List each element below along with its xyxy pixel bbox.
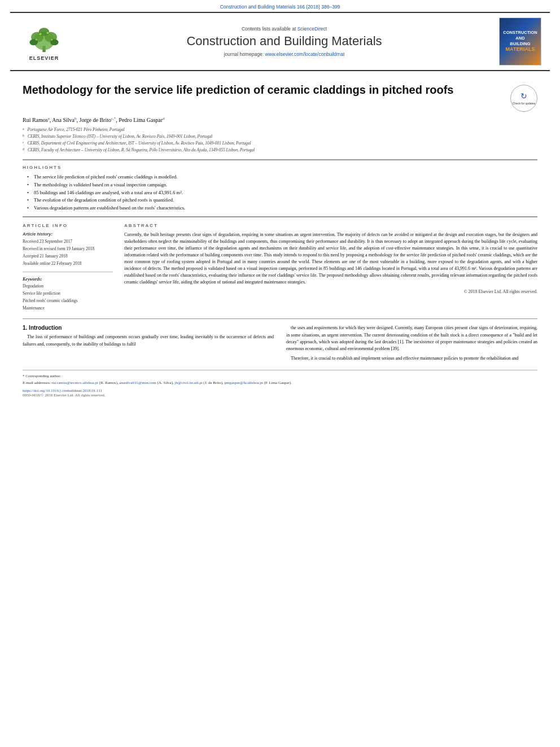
available-date: Available online 22 February 2018 xyxy=(23,260,113,268)
issn-line: 0950-0618/© 2018 Elsevier Ltd. All right… xyxy=(23,393,537,397)
svg-point-8 xyxy=(47,32,49,34)
body-col-right: the uses and requirements for which they… xyxy=(286,325,537,364)
check-updates-label: ↻ Check for updates xyxy=(513,91,536,106)
svg-point-7 xyxy=(40,33,42,35)
highlights-list: The service life prediction of pitched r… xyxy=(27,173,537,212)
body-divider xyxy=(23,318,537,319)
affiliations: a Portuguese Air Force, 2715-021 Pêro Pi… xyxy=(23,126,537,154)
journal-citation: Construction and Building Materials 166 … xyxy=(0,0,560,12)
highlight-1: The service life prediction of pitched r… xyxy=(27,173,537,181)
keyword-4: Maintenance xyxy=(23,305,113,312)
intro-heading: 1. Introduction xyxy=(23,325,274,331)
received-date: Received 23 September 2017 xyxy=(23,238,113,246)
main-content: Methodology for the service life predict… xyxy=(0,71,560,403)
highlight-5: Various degradation patterns are establi… xyxy=(27,204,537,212)
keywords-list: Degradation Service life prediction Pitc… xyxy=(23,283,113,312)
keyword-1: Degradation xyxy=(23,283,113,290)
affiliation-b: b CERIS, Instituto Superior Técnico (IST… xyxy=(23,133,537,140)
footnote-emails: E-mail addresses: rui.ramos@tecnico.ulis… xyxy=(23,380,537,387)
affiliation-d: d CERIS, Faculty of Architecture – Unive… xyxy=(23,147,537,154)
cover-text: Construction and Building MATERIALS xyxy=(503,30,537,53)
elsevier-logo: ELSEVIER xyxy=(24,23,64,61)
article-dates: Received 23 September 2017 Received in r… xyxy=(23,238,113,267)
journal-cover-thumbnail: Construction and Building MATERIALS xyxy=(499,18,541,65)
article-history-label: Article history: xyxy=(23,231,113,237)
email-pedro[interactable]: pmgaspar@fa.ulisboa.pt xyxy=(224,381,262,385)
affiliation-c: c CERIS, Department of Civil Engineering… xyxy=(23,140,537,147)
keywords-section: Keywords: Degradation Service life predi… xyxy=(23,277,113,312)
highlight-4: The evolution of the degradation conditi… xyxy=(27,196,537,204)
keywords-label: Keywords: xyxy=(23,277,113,282)
homepage-link[interactable]: www.elsevier.com/locate/conbuildmat xyxy=(265,51,344,57)
elsevier-tree-icon xyxy=(24,23,64,54)
abstract-text: Currently, the built heritage presents c… xyxy=(124,231,537,286)
copyright-line: © 2018 Elsevier Ltd. All rights reserved… xyxy=(124,289,537,294)
email-ana[interactable]: anasilva931@msn.com xyxy=(119,381,156,385)
elsevier-logo-area: ELSEVIER xyxy=(16,18,72,65)
highlights-label: HIGHLIGHTS xyxy=(23,165,537,170)
article-info-section-label: ARTICLE INFO xyxy=(23,223,113,228)
article-info-abstract-cols: ARTICLE INFO Article history: Received 2… xyxy=(23,223,537,312)
footnote-corresponding: * Corresponding author. xyxy=(23,373,537,380)
intro-text-col2: the uses and requirements for which they… xyxy=(286,325,537,362)
journal-title: Construction and Building Materials xyxy=(186,34,382,49)
affiliation-a: a Portuguese Air Force, 2715-021 Pêro Pi… xyxy=(23,126,537,133)
footnotes-section: * Corresponding author. E-mail addresses… xyxy=(23,370,537,397)
check-updates-badge: ↻ Check for updates xyxy=(510,85,537,112)
elsevier-wordmark: ELSEVIER xyxy=(29,55,59,61)
email-jorge[interactable]: jb@civil.ist.utl.pt xyxy=(175,381,203,385)
divider-after-affiliations xyxy=(23,159,537,160)
intro-text-col1: The loss of performance of buildings and… xyxy=(23,334,274,348)
journal-homepage: journal homepage: www.elsevier.com/locat… xyxy=(224,51,345,57)
author-pedro-gaspar: Pedro Lima Gaspar xyxy=(119,117,163,123)
highlight-3: 85 buildings and 146 claddings are analy… xyxy=(27,189,537,197)
body-text-cols: 1. Introduction The loss of performance … xyxy=(23,325,537,364)
article-title: Methodology for the service life predict… xyxy=(23,82,505,97)
author-jorge-brito: Jorge de Brito xyxy=(80,117,111,123)
abstract-col: ABSTRACT Currently, the built heritage p… xyxy=(124,223,537,312)
accepted-date: Accepted 21 January 2018 xyxy=(23,253,113,260)
body-col-left: 1. Introduction The loss of performance … xyxy=(23,325,274,364)
page: Construction and Building Materials 166 … xyxy=(0,0,560,747)
authors-line: Rui Ramosa, Ana Silvab, Jorge de Britoc,… xyxy=(23,116,537,123)
svg-point-10 xyxy=(51,38,53,40)
keyword-3: Pitched roofs' ceramic claddings xyxy=(23,298,113,305)
email-rui[interactable]: rui.ramos@tecnico.ulisboa.pt xyxy=(51,381,98,385)
svg-point-9 xyxy=(36,38,37,40)
sciencedirect-line: Contents lists available at ScienceDirec… xyxy=(242,26,327,32)
author-rui-ramos: Rui Ramos xyxy=(23,117,48,123)
doi-line[interactable]: https://doi.org/10.1016/j.conbuildmat.20… xyxy=(23,388,537,393)
highlight-2: The methodology is validated based on a … xyxy=(27,181,537,189)
sciencedirect-link[interactable]: ScienceDirect xyxy=(298,26,327,32)
journal-header: ELSEVIER Contents lists available at Sci… xyxy=(10,12,550,71)
author-ana-silva: Ana Silva xyxy=(52,117,75,123)
journal-title-area: Contents lists available at ScienceDirec… xyxy=(78,18,491,65)
keyword-2: Service life prediction xyxy=(23,290,113,298)
article-info-col: ARTICLE INFO Article history: Received 2… xyxy=(23,223,113,312)
received-revised-date: Received in revised form 19 January 2018 xyxy=(23,246,113,253)
divider-after-highlights xyxy=(23,216,537,217)
journal-cover-area: Construction and Building MATERIALS xyxy=(496,18,544,65)
article-title-section: Methodology for the service life predict… xyxy=(23,82,537,112)
abstract-label: ABSTRACT xyxy=(124,223,537,228)
divider-keywords xyxy=(23,272,113,272)
